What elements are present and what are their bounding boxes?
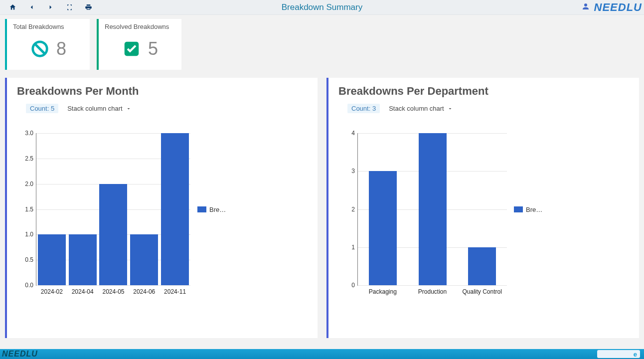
bar[interactable] [130, 234, 158, 285]
top-toolbar: Breakdown Summary NEEDLU [0, 0, 644, 15]
footer-bar: NEEDLU e [0, 349, 644, 359]
kpi-label: Resolved Breakdowns [105, 23, 175, 30]
y-tick-label: 2 [351, 206, 358, 213]
bar[interactable] [69, 234, 97, 285]
legend-label: Bre… [209, 206, 226, 213]
panel-breakdowns-per-month: Breakdowns Per Month Count: 5 Stack colu… [5, 78, 318, 338]
chart-type-label: Stack column chart [67, 105, 123, 112]
panel-breakdowns-per-department: Breakdowns Per Department Count: 3 Stack… [326, 78, 639, 338]
x-tick-label: 2024-04 [72, 288, 94, 295]
bar[interactable] [468, 247, 496, 285]
check-square-icon [122, 39, 141, 58]
x-tick-label: 2024-11 [164, 288, 186, 295]
nav-back-button[interactable] [22, 0, 41, 15]
kpi-row: Total Breakdowns 8 Resolved Breakdowns 5 [0, 15, 644, 74]
panel-title: Breakdowns Per Month [17, 85, 308, 98]
brand-logo: NEEDLU [594, 1, 642, 14]
chart-type-label: Stack column chart [389, 105, 444, 112]
legend-label: Bre… [526, 206, 542, 213]
globe-icon: e [634, 351, 637, 358]
bar[interactable] [369, 171, 397, 285]
chart-month: 0.00.51.01.52.02.53.02024-022024-042024-… [17, 133, 190, 286]
x-tick-label: Packaging [369, 288, 397, 295]
bar[interactable] [419, 133, 447, 285]
kpi-resolved-breakdowns: Resolved Breakdowns 5 [97, 19, 181, 70]
kpi-total-breakdowns: Total Breakdowns 8 [5, 19, 90, 70]
count-badge: Count: 5 [26, 104, 58, 113]
y-tick-label: 1.0 [25, 231, 36, 238]
chart-legend: Bre… [514, 133, 549, 286]
x-tick-label: 2024-06 [133, 288, 155, 295]
x-tick-label: Quality Control [462, 288, 501, 295]
kpi-value: 8 [56, 38, 66, 59]
home-icon [9, 3, 16, 11]
footer-brand: NEEDLU [0, 350, 38, 358]
print-button[interactable] [79, 0, 98, 15]
x-tick-label: 2024-02 [41, 288, 63, 295]
y-tick-label: 0 [351, 282, 358, 289]
y-tick-label: 0.0 [25, 282, 36, 289]
y-tick-label: 1 [351, 244, 358, 251]
y-tick-label: 3.0 [25, 130, 36, 137]
chart-dept: 01234PackagingProductionQuality Control [338, 133, 507, 286]
y-tick-label: 4 [351, 130, 358, 137]
chevron-down-icon [447, 106, 453, 112]
legend-swatch [197, 206, 206, 212]
footer-widget[interactable]: e [597, 350, 640, 358]
user-button[interactable] [581, 2, 590, 13]
bar[interactable] [161, 133, 189, 285]
y-tick-label: 2.5 [25, 155, 36, 162]
chevron-right-icon [47, 3, 54, 11]
bar[interactable] [38, 234, 66, 285]
fullscreen-exit-icon [66, 3, 73, 11]
chart-type-selector[interactable]: Stack column chart [67, 105, 132, 112]
bar[interactable] [99, 184, 127, 285]
kpi-label: Total Breakdowns [13, 23, 84, 30]
panels-row: Breakdowns Per Month Count: 5 Stack colu… [0, 74, 644, 338]
chart-legend: Bre… [197, 133, 232, 286]
print-icon [85, 3, 92, 11]
user-icon [581, 2, 590, 11]
chevron-left-icon [28, 3, 35, 11]
chevron-down-icon [126, 106, 132, 112]
panel-title: Breakdowns Per Department [338, 85, 629, 98]
chart-type-selector[interactable]: Stack column chart [389, 105, 453, 112]
kpi-value: 5 [148, 38, 158, 59]
y-tick-label: 0.5 [25, 256, 36, 263]
y-tick-label: 1.5 [25, 206, 36, 213]
y-tick-label: 2.0 [25, 180, 36, 187]
svg-line-1 [35, 44, 44, 53]
home-button[interactable] [3, 0, 22, 15]
ban-icon [30, 39, 49, 58]
fullscreen-button[interactable] [60, 0, 79, 15]
legend-swatch [514, 206, 523, 212]
x-tick-label: Production [418, 288, 447, 295]
x-tick-label: 2024-05 [102, 288, 124, 295]
nav-forward-button[interactable] [41, 0, 60, 15]
count-badge: Count: 3 [347, 104, 380, 113]
y-tick-label: 3 [351, 168, 358, 175]
